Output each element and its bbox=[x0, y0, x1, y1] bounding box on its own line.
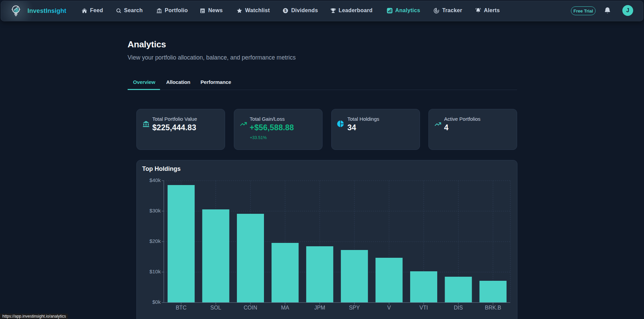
svg-text:MA: MA bbox=[281, 305, 289, 311]
svg-text:$0k: $0k bbox=[152, 299, 161, 305]
svg-text:$10k: $10k bbox=[149, 269, 161, 274]
svg-text:$30k: $30k bbox=[149, 208, 161, 213]
svg-text:BTC: BTC bbox=[176, 305, 186, 311]
svg-text:COIN: COIN bbox=[244, 305, 257, 311]
svg-text:SOL: SOL bbox=[210, 305, 221, 311]
svg-text:DIS: DIS bbox=[454, 305, 463, 311]
svg-text:VTI: VTI bbox=[420, 305, 428, 311]
svg-text:$20k: $20k bbox=[149, 238, 161, 244]
svg-text:$: $ bbox=[285, 8, 287, 13]
svg-text:$40k: $40k bbox=[149, 177, 161, 183]
svg-text:V: V bbox=[387, 305, 391, 311]
svg-text:SPY: SPY bbox=[349, 305, 360, 311]
svg-text:BRK.B: BRK.B bbox=[485, 305, 501, 311]
svg-text:JPM: JPM bbox=[314, 305, 325, 311]
